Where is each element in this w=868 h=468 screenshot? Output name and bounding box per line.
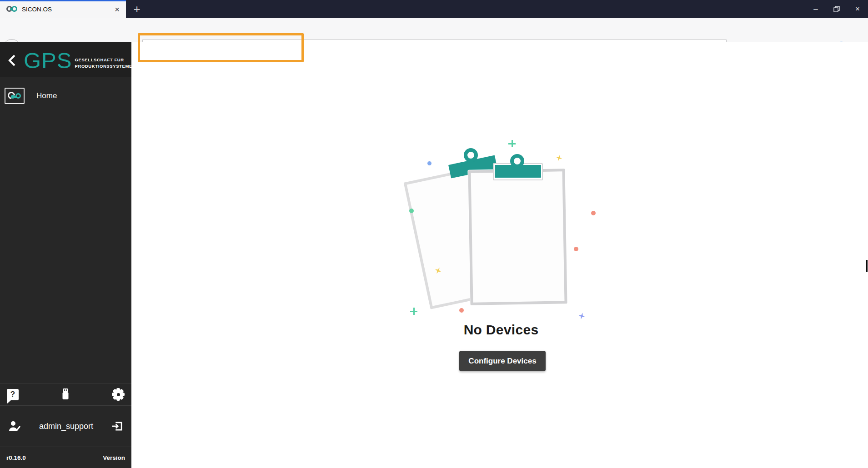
clipboard-back-ring [464, 148, 478, 162]
confetti-sparkle [555, 154, 563, 162]
confetti-plus [508, 140, 516, 147]
sidebar-version-row: r0.16.0 Version [0, 447, 131, 468]
scrollbar-thumb[interactable] [866, 260, 868, 272]
sidebar-item-label: Home [36, 91, 57, 100]
clipboard-front [468, 169, 567, 305]
sidebar-header: GPS GESELLSCHAFT FÜR PRODUKTIONSSYSTEME [0, 42, 131, 77]
empty-state-title: No Devices [433, 322, 569, 338]
configure-devices-button[interactable]: Configure Devices [459, 351, 546, 371]
window-close-button[interactable]: × [847, 0, 868, 18]
gps-logo-subtitle: GESELLSCHAFT FÜR PRODUKTIONSSYSTEME [75, 57, 132, 70]
browser-toolbar: ! https://siconos-cb9b.local/devices ••• [0, 18, 868, 42]
confetti-dot [591, 211, 596, 215]
confetti-plus [410, 308, 417, 315]
browser-window: SICON.OS × + – × [0, 0, 868, 468]
home-logo-icon [5, 88, 25, 104]
siconos-favicon-icon [6, 5, 18, 13]
confetti-dot [459, 308, 464, 313]
version-value: r0.16.0 [6, 454, 26, 461]
sidebar-item-home[interactable]: Home [0, 87, 131, 105]
window-minimize-button[interactable]: – [805, 0, 826, 18]
logout-icon[interactable] [111, 420, 124, 433]
confetti-dot [574, 247, 578, 251]
gps-logo: GPS [24, 50, 72, 72]
new-tab-button[interactable]: + [129, 0, 145, 18]
confetti-dot [427, 161, 431, 165]
clipboard-front-ring [510, 154, 524, 168]
tab-bar: SICON.OS × + – × [0, 0, 868, 18]
settings-gear-icon[interactable] [112, 388, 125, 401]
help-icon[interactable]: ? [7, 389, 19, 400]
user-account-icon [8, 420, 21, 433]
sidebar-utility-row: ? [0, 383, 131, 405]
confetti-dot [409, 209, 414, 213]
collapse-sidebar-chevron-icon[interactable] [7, 54, 17, 67]
window-restore-button[interactable] [826, 0, 847, 18]
app-sidebar: GPS GESELLSCHAFT FÜR PRODUKTIONSSYSTEME … [0, 42, 131, 468]
username-label: admin_support [21, 422, 111, 431]
tab-siconos[interactable]: SICON.OS × [0, 0, 126, 18]
sidebar-user-row[interactable]: admin_support [0, 405, 131, 447]
tab-close-icon[interactable]: × [115, 5, 120, 14]
version-label: Version [103, 454, 125, 461]
usb-icon[interactable] [60, 388, 71, 401]
confetti-sparkle [577, 312, 586, 320]
active-tab-indicator [0, 0, 126, 1]
devices-page: No Devices Configure Devices [131, 42, 868, 468]
tab-title: SICON.OS [22, 6, 111, 13]
sidebar-footer: ? admin_support r0.16.0 [0, 383, 131, 468]
window-controls: – × [805, 0, 868, 18]
